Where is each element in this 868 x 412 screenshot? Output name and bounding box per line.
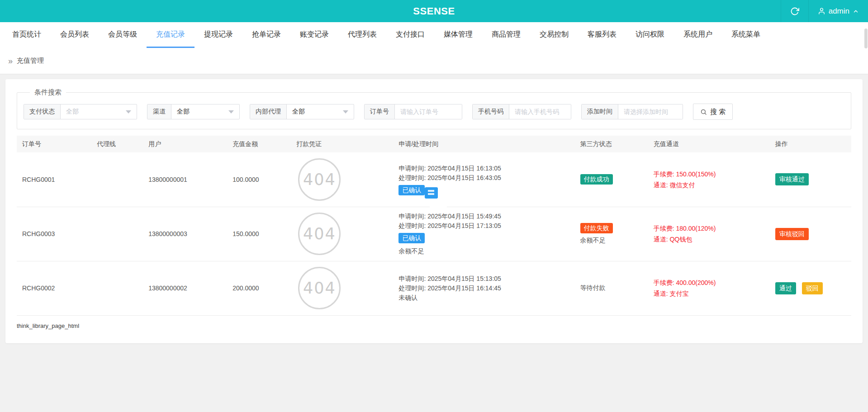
agent-line bbox=[91, 152, 143, 207]
user-menu[interactable]: admin bbox=[808, 0, 868, 22]
tab-agent-list[interactable]: 代理列表 bbox=[338, 22, 386, 48]
tab-home-stats[interactable]: 首页统计 bbox=[3, 22, 51, 48]
search-icon bbox=[700, 109, 707, 115]
channel-cell: 手续费: 150.00(150%) 通道: 微信支付 bbox=[648, 152, 770, 207]
search-fieldset: 条件搜索 支付状态 全部 渠道 全部 内部代理 bbox=[17, 88, 851, 129]
filter-internal-agent-label: 内部代理 bbox=[250, 104, 287, 119]
table-row: RCHG0003 13800000003 150.0000 404 申请时间: … bbox=[17, 207, 851, 261]
col-order-no: 订单号 bbox=[17, 136, 91, 152]
tab-trade-control[interactable]: 交易控制 bbox=[530, 22, 578, 48]
vertical-scrollbar bbox=[863, 22, 868, 412]
table-row: RCHG0002 13800000002 200.0000 404 申请时间: … bbox=[17, 261, 851, 315]
popup-artifact bbox=[430, 199, 447, 211]
col-agent-line: 代理线 bbox=[91, 136, 143, 152]
refresh-icon bbox=[790, 7, 799, 16]
tab-media-management[interactable]: 媒体管理 bbox=[434, 22, 482, 48]
recharge-table: 订单号 代理线 用户 充值金额 打款凭证 申请/处理时间 第三方状态 充值通道 … bbox=[17, 136, 851, 316]
channel-line: 通道: 微信支付 bbox=[654, 180, 764, 190]
apply-time: 申请时间: 2025年04月15日 15:49:45 bbox=[398, 212, 569, 221]
table-row: RCHG0001 13800000001 100.0000 404 申请时间: … bbox=[17, 152, 851, 207]
table-header-row: 订单号 代理线 用户 充值金额 打款凭证 申请/处理时间 第三方状态 充值通道 … bbox=[17, 136, 851, 152]
confirm-note: 余额不足 bbox=[398, 246, 569, 256]
page-footer-text: think_library_page_html bbox=[17, 322, 851, 329]
col-proof: 打款凭证 bbox=[291, 136, 393, 152]
third-status-badge: 付款成功 bbox=[580, 174, 613, 185]
col-time: 申请/处理时间 bbox=[393, 136, 574, 152]
caret-down-icon bbox=[343, 110, 348, 114]
unconfirmed-text: 未确认 bbox=[398, 293, 569, 303]
fee-line: 手续费: 180.00(120%) bbox=[654, 223, 764, 234]
channel-cell: 手续费: 180.00(120%) 通道: QQ钱包 bbox=[648, 207, 770, 261]
col-amount: 充值金额 bbox=[227, 136, 291, 152]
payment-proof-image[interactable]: 404 bbox=[298, 158, 341, 201]
tab-payment-interface[interactable]: 支付接口 bbox=[386, 22, 434, 48]
scrollbar-thumb[interactable] bbox=[864, 28, 868, 48]
filter-phone: 手机号码 bbox=[472, 104, 571, 119]
order-no: RCHG0003 bbox=[17, 207, 91, 261]
order-no: RCHG0002 bbox=[17, 261, 91, 315]
search-button[interactable]: 搜 索 bbox=[693, 104, 733, 120]
filter-pay-status: 支付状态 全部 bbox=[24, 104, 137, 119]
order-no-input[interactable] bbox=[395, 104, 462, 119]
payment-proof-image[interactable]: 404 bbox=[298, 213, 341, 255]
filter-order-no-label: 订单号 bbox=[365, 104, 395, 119]
chevron-up-icon bbox=[853, 8, 859, 14]
col-user: 用户 bbox=[143, 136, 227, 152]
filter-order-no: 订单号 bbox=[364, 104, 462, 119]
app-header: SSENSE admin bbox=[0, 0, 868, 22]
recharge-amount: 100.0000 bbox=[227, 152, 291, 207]
confirmed-badge: 已确认 bbox=[398, 185, 425, 195]
content-card: 条件搜索 支付状态 全部 渠道 全部 内部代理 bbox=[5, 79, 863, 343]
breadcrumb-label: 充值管理 bbox=[17, 57, 44, 65]
username: admin bbox=[829, 7, 849, 16]
tab-product-management[interactable]: 商品管理 bbox=[482, 22, 530, 48]
internal-agent-select[interactable]: 全部 bbox=[287, 104, 354, 119]
time-cell: 申请时间: 2025年04月15日 15:49:45 处理时间: 2025年04… bbox=[393, 207, 574, 261]
main-nav: 首页统计 会员列表 会员等级 充值记录 提现记录 抢单记录 账变记录 代理列表 … bbox=[0, 22, 868, 48]
add-time-input[interactable] bbox=[618, 104, 683, 119]
caret-down-icon bbox=[126, 110, 131, 114]
apply-time: 申请时间: 2025年04月15日 15:13:05 bbox=[398, 274, 569, 284]
pay-status-select[interactable]: 全部 bbox=[61, 104, 137, 119]
tab-member-list[interactable]: 会员列表 bbox=[51, 22, 99, 48]
revoke-button[interactable]: 驳回 bbox=[802, 282, 823, 294]
tab-order-grab-records[interactable]: 抢单记录 bbox=[242, 22, 290, 48]
breadcrumb: » 充值管理 bbox=[0, 48, 868, 74]
fee-line: 手续费: 150.00(150%) bbox=[654, 169, 764, 180]
tab-balance-change-records[interactable]: 账变记录 bbox=[290, 22, 338, 48]
confirmed-badge: 已确认 bbox=[398, 233, 425, 243]
refresh-button[interactable] bbox=[781, 0, 808, 22]
reject-button[interactable]: 审核驳回 bbox=[775, 228, 809, 240]
user-phone: 13800000001 bbox=[143, 152, 227, 207]
pass-button[interactable]: 通过 bbox=[775, 282, 796, 294]
filter-add-time-label: 添加时间 bbox=[582, 104, 618, 119]
col-actions: 操作 bbox=[770, 136, 851, 152]
payment-proof-image[interactable]: 404 bbox=[298, 267, 341, 309]
third-status-badge: 付款失败 bbox=[580, 223, 613, 233]
tab-recharge-records[interactable]: 充值记录 bbox=[147, 22, 194, 48]
recharge-amount: 200.0000 bbox=[227, 261, 291, 315]
channel-line: 通道: 支付宝 bbox=[654, 288, 764, 299]
agent-line bbox=[91, 261, 143, 315]
tab-access-permission[interactable]: 访问权限 bbox=[626, 22, 674, 48]
filter-add-time: 添加时间 bbox=[581, 104, 683, 119]
user-phone: 13800000003 bbox=[143, 207, 227, 261]
filter-channel-label: 渠道 bbox=[147, 104, 171, 119]
tab-system-users[interactable]: 系统用户 bbox=[674, 22, 722, 48]
third-status-note: 余额不足 bbox=[580, 237, 643, 245]
channel-line: 通道: QQ钱包 bbox=[654, 234, 764, 245]
main-area: 条件搜索 支付状态 全部 渠道 全部 内部代理 bbox=[0, 74, 868, 343]
process-time: 处理时间: 2025年04月15日 16:43:05 bbox=[398, 173, 569, 183]
tab-system-menu[interactable]: 系统菜单 bbox=[722, 22, 770, 48]
fee-line: 手续费: 400.00(200%) bbox=[654, 277, 764, 288]
approve-button[interactable]: 审核通过 bbox=[775, 173, 809, 185]
user-icon bbox=[818, 7, 825, 15]
channel-select[interactable]: 全部 bbox=[171, 104, 239, 119]
tooltip-artifact bbox=[425, 187, 438, 199]
col-third-status: 第三方状态 bbox=[575, 136, 648, 152]
tab-member-level[interactable]: 会员等级 bbox=[99, 22, 147, 48]
phone-input[interactable] bbox=[509, 104, 571, 119]
tab-customer-service[interactable]: 客服列表 bbox=[578, 22, 626, 48]
tab-withdraw-records[interactable]: 提现记录 bbox=[194, 22, 242, 48]
user-phone: 13800000002 bbox=[143, 261, 227, 315]
